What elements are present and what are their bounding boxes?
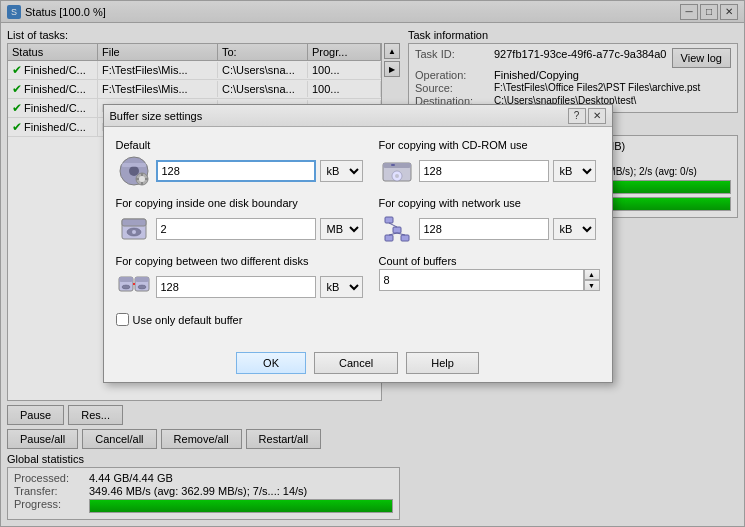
cdrom-label: For copying with CD-ROM use <box>379 139 600 151</box>
svg-rect-21 <box>383 163 411 168</box>
cdrom-value-input[interactable] <box>419 160 549 182</box>
svg-point-15 <box>122 285 130 289</box>
svg-rect-2 <box>122 163 146 167</box>
default-value-input[interactable] <box>156 160 316 182</box>
svg-rect-27 <box>385 235 393 241</box>
cdrom-input-row: kB MB <box>379 153 600 189</box>
svg-rect-8 <box>145 178 148 180</box>
between-disks-label: For copying between two different disks <box>116 255 363 267</box>
single-disk-icon <box>116 211 152 247</box>
svg-rect-24 <box>391 164 395 166</box>
inside-disk-value-input[interactable] <box>156 218 316 240</box>
dialog-left-col: Default <box>116 139 363 332</box>
svg-rect-14 <box>119 277 133 282</box>
dialog-content: Default <box>104 127 612 344</box>
default-field-group: Default <box>116 139 363 189</box>
between-disks-value-input[interactable] <box>156 276 316 298</box>
svg-point-23 <box>395 174 399 178</box>
count-down-button[interactable]: ▼ <box>584 280 600 291</box>
svg-rect-7 <box>136 178 139 180</box>
between-disks-field-group: For copying between two different disks <box>116 255 363 305</box>
default-input-row: kB MB <box>116 153 363 189</box>
dialog-title-buttons: ? ✕ <box>568 108 606 124</box>
svg-line-29 <box>389 223 397 227</box>
default-buffer-checkbox-row: Use only default buffer <box>116 313 363 326</box>
svg-rect-10 <box>122 219 146 226</box>
default-buffer-checkbox-label: Use only default buffer <box>133 314 243 326</box>
svg-line-31 <box>397 233 405 235</box>
count-input-row: ▲ ▼ <box>379 269 600 291</box>
cancel-button[interactable]: Cancel <box>314 352 398 374</box>
cdrom-icon <box>379 153 415 189</box>
svg-point-4 <box>139 176 145 182</box>
network-label: For copying with network use <box>379 197 600 209</box>
network-input-row: kB MB <box>379 211 600 247</box>
dialog-close-button[interactable]: ✕ <box>588 108 606 124</box>
default-buffer-checkbox[interactable] <box>116 313 129 326</box>
between-disks-unit-select[interactable]: kB MB <box>320 276 363 298</box>
inside-disk-input-row: kB MB <box>116 211 363 247</box>
svg-rect-17 <box>135 277 149 282</box>
dialog-overlay: Buffer size settings ? ✕ Default <box>1 1 744 526</box>
default-label: Default <box>116 139 363 151</box>
inside-disk-label: For copying inside one disk boundary <box>116 197 363 209</box>
dialog-title: Buffer size settings <box>110 110 568 122</box>
svg-line-30 <box>389 233 397 235</box>
network-unit-select[interactable]: kB MB <box>553 218 596 240</box>
dialog-main-row: Default <box>116 139 600 332</box>
between-disks-input-row: kB MB <box>116 269 363 305</box>
count-up-button[interactable]: ▲ <box>584 269 600 280</box>
count-spinner-buttons: ▲ ▼ <box>584 269 600 291</box>
svg-rect-5 <box>141 173 143 176</box>
dialog-right-col: For copying with CD-ROM use <box>379 139 600 332</box>
network-field-group: For copying with network use <box>379 197 600 247</box>
svg-point-18 <box>138 285 146 289</box>
dialog-footer: OK Cancel Help <box>104 344 612 382</box>
svg-rect-28 <box>401 235 409 241</box>
help-dialog-button[interactable]: Help <box>406 352 479 374</box>
dialog-title-bar: Buffer size settings ? ✕ <box>104 105 612 127</box>
inside-disk-field-group: For copying inside one disk boundary <box>116 197 363 247</box>
count-value-input[interactable] <box>379 269 584 291</box>
buffer-settings-dialog: Buffer size settings ? ✕ Default <box>103 104 613 383</box>
disk-icon <box>116 153 152 189</box>
svg-rect-25 <box>385 217 393 223</box>
two-disks-icon <box>116 269 152 305</box>
count-field-group: Count of buffers ▲ ▼ <box>379 255 600 291</box>
cdrom-field-group: For copying with CD-ROM use <box>379 139 600 189</box>
svg-rect-26 <box>393 227 401 233</box>
network-icon <box>379 211 415 247</box>
main-window: S Status [100.0 %] ─ □ ✕ List of tasks: … <box>0 0 745 527</box>
svg-point-12 <box>132 230 136 234</box>
count-label: Count of buffers <box>379 255 600 267</box>
svg-rect-6 <box>141 182 143 185</box>
inside-disk-unit-select[interactable]: kB MB <box>320 218 363 240</box>
cdrom-unit-select[interactable]: kB MB <box>553 160 596 182</box>
network-value-input[interactable] <box>419 218 549 240</box>
dialog-help-button[interactable]: ? <box>568 108 586 124</box>
default-unit-select[interactable]: kB MB <box>320 160 363 182</box>
ok-button[interactable]: OK <box>236 352 306 374</box>
